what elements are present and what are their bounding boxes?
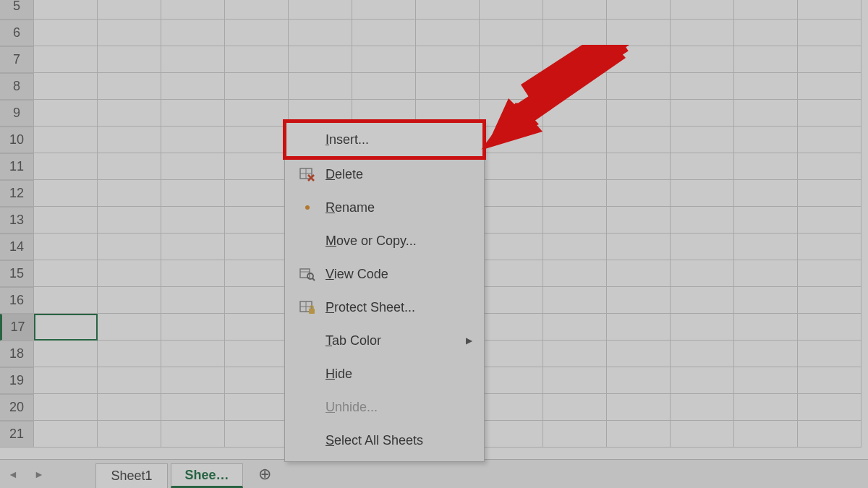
- cell[interactable]: [671, 153, 734, 180]
- cell[interactable]: [161, 100, 225, 127]
- cell[interactable]: [34, 287, 98, 314]
- row-header[interactable]: 17: [0, 314, 34, 341]
- cell[interactable]: [798, 367, 861, 394]
- cell[interactable]: [98, 314, 161, 341]
- cell[interactable]: [671, 207, 734, 234]
- cell[interactable]: [34, 180, 98, 207]
- row-header[interactable]: 7: [0, 46, 34, 73]
- cell[interactable]: [671, 180, 734, 207]
- cell[interactable]: [225, 180, 289, 207]
- cell[interactable]: [480, 260, 543, 287]
- cell[interactable]: [98, 100, 161, 127]
- cell[interactable]: [225, 20, 289, 46]
- cell[interactable]: [607, 314, 671, 341]
- cell[interactable]: [98, 207, 161, 234]
- context-menu-insert[interactable]: Insert...: [285, 121, 484, 158]
- cell[interactable]: [161, 367, 225, 394]
- cell[interactable]: [289, 20, 352, 46]
- cell[interactable]: [98, 73, 161, 100]
- cell[interactable]: [543, 287, 607, 314]
- cell[interactable]: [734, 394, 798, 421]
- cell[interactable]: [671, 341, 734, 367]
- cell[interactable]: [161, 46, 225, 73]
- cell[interactable]: [543, 394, 607, 421]
- cell[interactable]: [607, 73, 671, 100]
- cell[interactable]: [416, 0, 480, 20]
- cell[interactable]: [225, 73, 289, 100]
- cell[interactable]: [607, 234, 671, 260]
- cell[interactable]: [671, 20, 734, 46]
- cell[interactable]: [34, 367, 98, 394]
- cell[interactable]: [607, 100, 671, 127]
- cell[interactable]: [352, 20, 416, 46]
- cell[interactable]: [98, 367, 161, 394]
- cell[interactable]: [734, 314, 798, 341]
- cell[interactable]: [161, 127, 225, 153]
- cell[interactable]: [161, 314, 225, 341]
- cell[interactable]: [671, 421, 734, 448]
- cell[interactable]: [671, 46, 734, 73]
- row-header[interactable]: 6: [0, 20, 34, 46]
- cell[interactable]: [98, 20, 161, 46]
- row-header[interactable]: 16: [0, 287, 34, 314]
- cell[interactable]: [798, 314, 861, 341]
- cell[interactable]: [161, 260, 225, 287]
- cell[interactable]: [798, 287, 861, 314]
- cell[interactable]: [289, 46, 352, 73]
- cell[interactable]: [98, 421, 161, 448]
- cell[interactable]: [671, 73, 734, 100]
- cell[interactable]: [480, 127, 543, 153]
- row-header[interactable]: 9: [0, 100, 34, 127]
- cell[interactable]: [161, 421, 225, 448]
- cell[interactable]: [543, 180, 607, 207]
- cell[interactable]: [289, 73, 352, 100]
- cell[interactable]: [34, 20, 98, 46]
- cell[interactable]: [480, 234, 543, 260]
- cell[interactable]: [798, 127, 861, 153]
- cell[interactable]: [607, 46, 671, 73]
- cell[interactable]: [798, 153, 861, 180]
- cell[interactable]: [98, 46, 161, 73]
- cell[interactable]: [798, 46, 861, 73]
- cell[interactable]: [98, 153, 161, 180]
- cell[interactable]: [543, 421, 607, 448]
- cell[interactable]: [734, 287, 798, 314]
- cell[interactable]: [480, 153, 543, 180]
- context-menu-movecopy[interactable]: Move or Copy...: [285, 224, 484, 257]
- cell[interactable]: [98, 287, 161, 314]
- cell[interactable]: [480, 394, 543, 421]
- cell[interactable]: [225, 260, 289, 287]
- cell[interactable]: [480, 421, 543, 448]
- cell[interactable]: [161, 394, 225, 421]
- cell[interactable]: [671, 0, 734, 20]
- sheet-tab[interactable]: Shee…: [171, 463, 243, 488]
- row-header[interactable]: 11: [0, 153, 34, 180]
- cell[interactable]: [480, 367, 543, 394]
- cell[interactable]: [34, 127, 98, 153]
- cell[interactable]: [671, 234, 734, 260]
- cell[interactable]: [225, 234, 289, 260]
- row-header[interactable]: 21: [0, 421, 34, 448]
- cell[interactable]: [98, 234, 161, 260]
- row-header[interactable]: 8: [0, 73, 34, 100]
- tab-nav-next[interactable]: ►: [26, 460, 52, 488]
- cell[interactable]: [798, 234, 861, 260]
- cell[interactable]: [543, 341, 607, 367]
- cell[interactable]: [480, 0, 543, 20]
- cell[interactable]: [543, 100, 607, 127]
- cell[interactable]: [543, 153, 607, 180]
- cell[interactable]: [543, 260, 607, 287]
- context-menu-tabcolor[interactable]: Tab Color▶: [285, 324, 484, 357]
- cell[interactable]: [543, 314, 607, 341]
- cell[interactable]: [734, 341, 798, 367]
- cell[interactable]: [671, 394, 734, 421]
- cell[interactable]: [671, 367, 734, 394]
- cell[interactable]: [607, 127, 671, 153]
- cell[interactable]: [734, 100, 798, 127]
- cell[interactable]: [480, 20, 543, 46]
- row-header[interactable]: 13: [0, 207, 34, 234]
- cell[interactable]: [416, 20, 480, 46]
- cell[interactable]: [671, 100, 734, 127]
- tab-nav-prev[interactable]: ◄: [0, 460, 26, 488]
- new-sheet-button[interactable]: ⊕: [253, 463, 276, 486]
